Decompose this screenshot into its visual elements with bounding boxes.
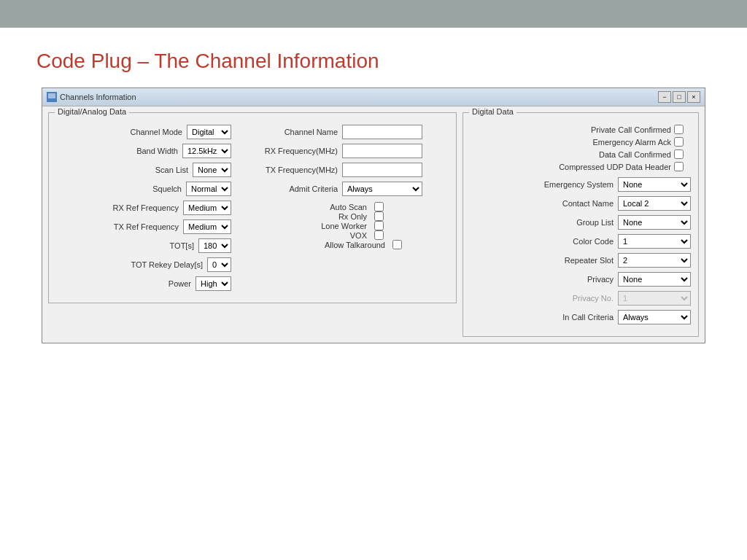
scan-list-row: Scan List None xyxy=(56,163,231,177)
squelch-row: Squelch Normal Tight xyxy=(56,182,231,196)
window-title: Channels Information xyxy=(60,93,136,101)
admit-criteria-row: Admit Criteria Always Channel Free xyxy=(243,182,449,196)
admit-criteria-label: Admit Criteria xyxy=(243,184,338,193)
in-call-criteria-row: In Call Criteria Always Follow Admit xyxy=(471,310,691,324)
digital-analog-group: Digital/Analog Data Channel Mode Digital… xyxy=(48,112,457,303)
emergency-system-select[interactable]: None xyxy=(618,177,691,192)
checkboxes-section: Auto Scan Rx Only Lone Worker xyxy=(243,202,449,249)
compressed-udp-label: Compressed UDP Data Header xyxy=(559,163,671,171)
allow-talkaround-label: Allow Talkaround xyxy=(301,241,385,249)
rx-freq-input[interactable]: 449.72500 xyxy=(342,144,422,158)
window-body: Digital/Analog Data Channel Mode Digital… xyxy=(42,106,705,343)
squelch-select[interactable]: Normal Tight xyxy=(186,182,231,196)
private-call-checkbox[interactable] xyxy=(674,125,684,134)
allow-talkaround-row: Allow Talkaround xyxy=(301,240,449,249)
titlebar-left: Channels Information xyxy=(47,92,136,102)
auto-scan-label: Auto Scan xyxy=(301,203,367,211)
rx-ref-select[interactable]: Low Medium High xyxy=(183,201,231,215)
slide-background: Code Plug – The Channel Information Chan… xyxy=(0,0,747,560)
repeater-slot-row: Repeater Slot 1 2 xyxy=(471,253,691,268)
contact-name-select[interactable]: Local 2 Local 1 xyxy=(618,196,691,211)
privacy-no-select[interactable]: 1 xyxy=(618,291,691,306)
data-call-checkbox[interactable] xyxy=(674,149,684,159)
right-form-rows: Emergency System None Contact Name Local… xyxy=(471,177,691,324)
left-panel: Digital/Analog Data Channel Mode Digital… xyxy=(48,112,457,337)
emergency-alarm-label: Emergency Alarm Ack xyxy=(592,138,671,147)
window-titlebar: Channels Information − □ × xyxy=(42,88,705,106)
group-list-select[interactable]: None xyxy=(618,215,691,230)
tx-freq-input[interactable]: 444.72500 xyxy=(342,163,422,177)
in-call-criteria-label: In Call Criteria xyxy=(533,313,614,322)
privacy-no-label: Privacy No. xyxy=(533,294,614,303)
contact-name-row: Contact Name Local 2 Local 1 xyxy=(471,196,691,211)
right-checkboxes: Private Call Confirmed Emergency Alarm A… xyxy=(471,125,691,171)
color-code-select[interactable]: 1 2 xyxy=(618,234,691,249)
left-col2: Channel Name S Local 2 RX Frequency(MHz)… xyxy=(243,125,449,295)
rx-ref-row: RX Ref Frequency Low Medium High xyxy=(56,201,231,215)
tot-rekey-row: TOT Rekey Delay[s] 0 1 xyxy=(56,257,231,272)
left-col1: Channel Mode Digital Analog Band Width xyxy=(56,125,231,295)
band-width-select[interactable]: 12.5kHz 25kHz xyxy=(182,144,231,158)
digital-analog-title: Digital/Analog Data xyxy=(55,107,129,116)
lone-worker-checkbox[interactable] xyxy=(374,221,384,230)
rx-only-label: Rx Only xyxy=(301,212,367,221)
private-call-label: Private Call Confirmed xyxy=(591,125,671,134)
channel-name-row: Channel Name S Local 2 xyxy=(243,125,449,139)
channel-name-label: Channel Name xyxy=(243,128,338,136)
close-button[interactable]: × xyxy=(687,91,700,103)
channel-mode-label: Channel Mode xyxy=(102,128,182,136)
rx-only-row: Rx Only xyxy=(301,211,449,221)
digital-data-title: Digital Data xyxy=(469,107,516,116)
vox-label: VOX xyxy=(301,231,367,240)
tot-rekey-select[interactable]: 0 1 xyxy=(207,257,231,272)
vox-row: VOX xyxy=(301,230,449,240)
tot-label: TOT[s] xyxy=(114,241,194,250)
color-code-row: Color Code 1 2 xyxy=(471,234,691,249)
group-list-label: Group List xyxy=(533,218,614,227)
scan-list-select[interactable]: None xyxy=(193,163,231,177)
channel-name-input[interactable]: S Local 2 xyxy=(342,125,422,139)
power-row: Power High Low xyxy=(56,276,231,291)
data-call-label: Data Call Confirmed xyxy=(599,150,671,159)
digital-data-group: Digital Data Private Call Confirmed Emer… xyxy=(462,112,699,337)
privacy-row: Privacy None Basic xyxy=(471,272,691,287)
rx-freq-row: RX Frequency(MHz) 449.72500 xyxy=(243,144,449,158)
tx-freq-label: TX Frequency(MHz) xyxy=(243,166,338,174)
auto-scan-checkbox[interactable] xyxy=(374,202,384,211)
allow-talkaround-checkbox[interactable] xyxy=(392,240,402,249)
tx-ref-select[interactable]: Low Medium High xyxy=(183,219,231,234)
rx-ref-label: RX Ref Frequency xyxy=(98,203,179,212)
vox-checkbox[interactable] xyxy=(374,230,384,240)
tx-ref-row: TX Ref Frequency Low Medium High xyxy=(56,219,231,234)
emergency-system-row: Emergency System None xyxy=(471,177,691,192)
tot-select[interactable]: 180 60 120 xyxy=(198,238,231,253)
squelch-label: Squelch xyxy=(101,184,182,193)
color-code-label: Color Code xyxy=(533,237,614,246)
power-select[interactable]: High Low xyxy=(196,276,231,291)
channels-info-window: Channels Information − □ × Digital/Analo… xyxy=(42,88,705,343)
repeater-slot-select[interactable]: 1 2 xyxy=(618,253,691,268)
data-call-row: Data Call Confirmed xyxy=(471,149,684,159)
channel-mode-select[interactable]: Digital Analog xyxy=(187,125,231,139)
emergency-alarm-checkbox[interactable] xyxy=(674,137,684,147)
admit-criteria-select[interactable]: Always Channel Free xyxy=(342,182,422,196)
tx-ref-label: TX Ref Frequency xyxy=(98,222,179,231)
rx-only-checkbox[interactable] xyxy=(374,211,384,221)
right-panel: Digital Data Private Call Confirmed Emer… xyxy=(462,112,699,337)
compressed-udp-row: Compressed UDP Data Header xyxy=(471,162,684,171)
in-call-criteria-select[interactable]: Always Follow Admit xyxy=(618,310,691,324)
window-icon xyxy=(47,92,57,102)
tot-rekey-label: TOT Rekey Delay[s] xyxy=(123,260,203,269)
group-list-row: Group List None xyxy=(471,215,691,230)
emergency-system-label: Emergency System xyxy=(533,180,614,189)
restore-button[interactable]: □ xyxy=(673,91,686,103)
window-controls[interactable]: − □ × xyxy=(658,91,700,103)
privacy-select[interactable]: None Basic xyxy=(618,272,691,287)
minimize-button[interactable]: − xyxy=(658,91,671,103)
tot-row: TOT[s] 180 60 120 xyxy=(56,238,231,253)
power-label: Power xyxy=(111,279,191,288)
compressed-udp-checkbox[interactable] xyxy=(674,162,684,171)
slide-title: Code Plug – The Channel Information xyxy=(36,50,711,73)
band-width-row: Band Width 12.5kHz 25kHz xyxy=(56,144,231,158)
top-bar xyxy=(0,0,747,28)
